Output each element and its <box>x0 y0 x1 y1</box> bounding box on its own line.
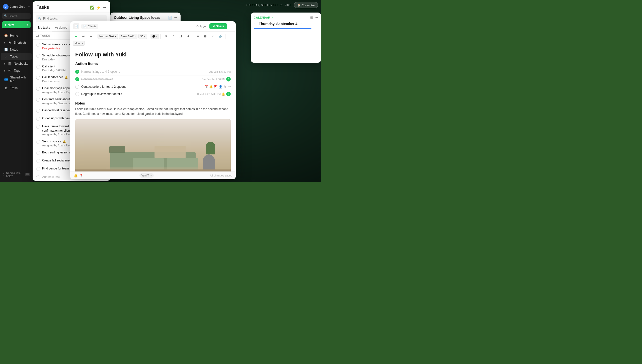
share-icon: ↗ <box>212 25 215 28</box>
tab-assigned[interactable]: Assigned <box>52 24 70 31</box>
sidebar-search-text: Search <box>9 15 18 18</box>
sidebar-item-label: Shortcuts <box>14 41 27 44</box>
checklist-button[interactable]: ☑ <box>210 33 216 40</box>
task-checkbox[interactable] <box>36 98 40 102</box>
redo-button[interactable]: ↪ <box>88 33 94 40</box>
calendar-highlight <box>254 28 311 29</box>
sidebar-item-notes[interactable]: 📄 Notes <box>1 46 32 53</box>
bell-icon[interactable]: 🔔 <box>209 85 213 88</box>
sidebar-item-notebooks[interactable]: ▶ 📓 Notebooks <box>1 60 32 67</box>
tab-my-tasks[interactable]: My tasks <box>36 24 52 31</box>
tasks-header-actions: ✅ ⚡ ••• <box>90 6 106 10</box>
task-checkbox[interactable] <box>36 125 40 129</box>
more-options[interactable]: More ▾ <box>73 41 85 46</box>
note-icon[interactable]: 📄 <box>168 16 172 20</box>
notes-section-title: Notes <box>75 101 231 105</box>
task-checkbox[interactable] <box>36 117 40 121</box>
active-task-text[interactable]: Contact sellers for top 1-2 options <box>81 85 126 88</box>
note-icon-button[interactable]: 📄 <box>73 23 79 29</box>
task-circle[interactable] <box>75 85 79 89</box>
note-content: Follow-up with Yuki Action Items ✓ Narro… <box>70 47 236 171</box>
task-checkbox[interactable] <box>36 140 40 144</box>
cal-next-button[interactable]: → <box>299 22 302 26</box>
task-checkbox[interactable] <box>36 167 40 171</box>
sidebar-user[interactable]: J Jamie Gold ▾ <box>0 3 33 11</box>
only-you-text: Only you <box>196 25 207 28</box>
sidebar-item-trash[interactable]: 🗑 Trash <box>1 84 32 91</box>
tasks-title: Tasks <box>37 5 49 10</box>
more-icon[interactable]: ⋮ <box>229 24 233 28</box>
task-checkbox[interactable] <box>36 54 40 58</box>
share-button[interactable]: ↗ Share <box>209 23 227 29</box>
more-icon[interactable]: ••• <box>227 85 231 88</box>
help-button[interactable]: ? Need a little help? ⌨ <box>0 169 33 179</box>
more-icon[interactable]: ••• <box>314 16 318 19</box>
task-checkbox[interactable] <box>36 151 40 155</box>
new-button[interactable]: + New ▾ <box>2 21 31 28</box>
chevron-down-icon: ▾ <box>82 42 83 44</box>
bullet-list-button[interactable]: ≡ <box>195 33 201 40</box>
sidebar-item-tags[interactable]: ▶ 🏷 Tags <box>1 67 32 74</box>
tasks-search-bar[interactable]: 🔍 <box>36 15 107 22</box>
bell-icon: 🔔 <box>65 76 68 79</box>
chevron-down-icon: ▾ <box>27 23 28 27</box>
ordered-list-button[interactable]: ⊟ <box>202 33 209 40</box>
outdoor-card-title: Outdoor Living Space Ideas <box>114 16 160 20</box>
active-task-row: Regroup to review offer details Due Jun … <box>75 90 231 98</box>
more-icon[interactable]: ••• <box>174 16 177 20</box>
underline-button[interactable]: U <box>177 33 184 40</box>
sidebar-item-shared[interactable]: 👥 Shared with Me <box>1 74 32 84</box>
task-row-left: ✓ Narrow listings to 4-6 options <box>75 70 120 74</box>
avatar: J <box>3 4 9 10</box>
person-icon[interactable]: 👤 <box>219 85 222 88</box>
clients-button[interactable]: 📄 Clients <box>81 24 98 29</box>
font-size-select[interactable]: 30 ▾ <box>138 34 147 39</box>
chevron-down-icon: ▾ <box>156 35 157 38</box>
notes-section-text[interactable]: Looks like 5347 Silver Lake Dr. is clien… <box>75 107 231 116</box>
copy-icon[interactable]: ⊡ <box>310 16 313 19</box>
task-checkbox[interactable] <box>36 87 40 91</box>
task-checkbox[interactable] <box>36 159 40 163</box>
bell-icon[interactable]: 🔔 <box>74 174 78 177</box>
filter-icon[interactable]: ⚡ <box>96 6 101 10</box>
font-select[interactable]: Sans Serif ▾ <box>119 34 137 39</box>
undo-button[interactable]: ↩ <box>80 33 87 40</box>
task-circle[interactable] <box>75 92 79 96</box>
sidebar-item-tasks[interactable]: ✓ Tasks <box>1 53 32 60</box>
tasks-header: Tasks ✅ ⚡ ••• <box>33 1 110 13</box>
add-content-button[interactable]: + <box>73 33 79 40</box>
divider <box>225 34 225 39</box>
active-task-text[interactable]: Regroup to review offer details <box>81 92 122 96</box>
chevron-right-icon: › <box>272 16 273 19</box>
assignee-chip[interactable]: Yuki T. ▾ <box>139 173 154 178</box>
location-icon[interactable]: 📍 <box>79 174 83 177</box>
note-top-bar: 📄 📄 Clients Only you ↗ Share ⋮ <box>70 21 236 32</box>
more-icon[interactable]: ••• <box>103 6 106 10</box>
customize-button[interactable]: 🏠 Customize <box>294 2 318 8</box>
delete-icon[interactable]: 🗑 <box>223 85 226 88</box>
sidebar-item-home[interactable]: 🏠 Home <box>1 32 32 39</box>
task-checkbox[interactable] <box>36 76 40 80</box>
task-checkbox[interactable] <box>36 43 40 47</box>
task-checkbox[interactable] <box>36 65 40 69</box>
flag-icon[interactable]: 🚩 <box>214 85 218 88</box>
sidebar-item-shortcuts[interactable]: ▶ ★ Shortcuts <box>1 39 32 46</box>
calendar-icon[interactable]: 📅 <box>204 85 208 88</box>
done-check-icon: ✓ <box>75 70 79 74</box>
link-button[interactable]: 🔗 <box>217 33 224 40</box>
text-color-button[interactable]: A <box>185 33 191 40</box>
saved-label: All changes saved <box>210 174 232 177</box>
note-toolbar: + ↩ ↪ Normal Text ▾ Sans Serif ▾ 30 ▾ ▾ … <box>70 32 236 47</box>
italic-button[interactable]: I <box>170 33 176 40</box>
add-task-checkbox <box>36 175 40 179</box>
tasks-search-input[interactable] <box>43 17 105 20</box>
tasks-check-icon[interactable]: ✅ <box>90 6 94 10</box>
color-picker[interactable]: ▾ <box>150 34 159 39</box>
bold-button[interactable]: B <box>162 33 169 40</box>
done-task-row: ✓ Narrow listings to 4-6 options Due Jun… <box>75 68 231 75</box>
cal-prev-button[interactable]: ← <box>254 22 257 26</box>
task-checkbox[interactable] <box>36 109 40 113</box>
note-title[interactable]: Follow-up with Yuki <box>75 51 231 58</box>
sidebar-search[interactable]: 🔍 Search <box>2 13 31 19</box>
text-style-select[interactable]: Normal Text ▾ <box>98 34 118 39</box>
